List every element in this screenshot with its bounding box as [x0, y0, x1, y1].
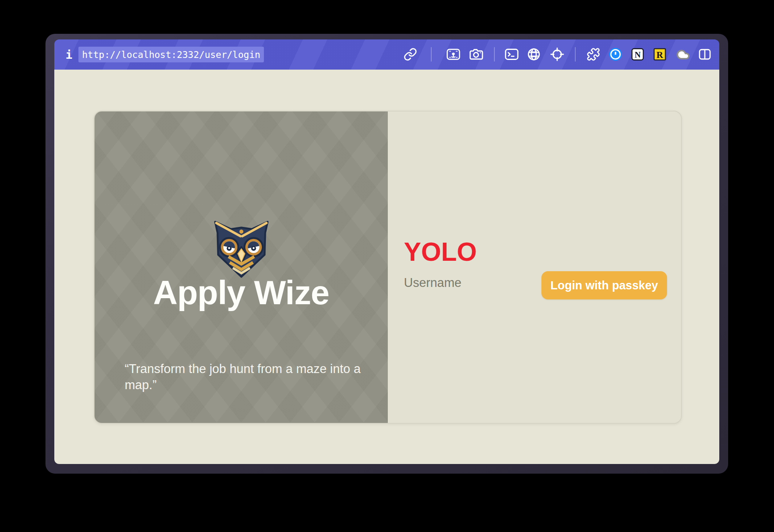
- browser-chrome: i http://localhost:2332/user/login: [54, 39, 719, 464]
- browser-window: i http://localhost:2332/user/login: [45, 34, 728, 474]
- brand-panel: Apply Wize “Transform the job hunt from …: [95, 111, 388, 423]
- desktop-background: i http://localhost:2332/user/login: [0, 0, 774, 532]
- terminal-icon[interactable]: [504, 47, 519, 62]
- cloud-icon[interactable]: [675, 47, 690, 62]
- target-icon[interactable]: [550, 47, 564, 62]
- split-view-icon[interactable]: [698, 47, 712, 62]
- browser-toolbar: i http://localhost:2332/user/login: [54, 39, 719, 70]
- roboform-icon[interactable]: R: [653, 47, 667, 62]
- notion-icon[interactable]: N: [630, 47, 645, 62]
- info-icon: i: [66, 48, 72, 61]
- toolbar-divider: [575, 47, 576, 62]
- owl-logo: [211, 219, 272, 279]
- login-heading: YOLO: [404, 239, 477, 265]
- login-panel: YOLO Username Login with passkey: [388, 111, 681, 423]
- toolbar-divider: [431, 47, 432, 62]
- extensions-icon[interactable]: [586, 47, 601, 62]
- username-label: Username: [404, 276, 461, 290]
- brand-title: Apply Wize: [95, 276, 388, 309]
- toolbar-divider: [494, 47, 495, 62]
- login-card: Apply Wize “Transform the job hunt from …: [94, 111, 682, 424]
- image-icon[interactable]: [446, 47, 461, 62]
- brand-tagline: “Transform the job hunt from a maze into…: [125, 361, 364, 393]
- notion-letter: N: [634, 50, 640, 60]
- link-icon[interactable]: [403, 47, 418, 62]
- roboform-letter: R: [657, 50, 663, 60]
- page-content: Apply Wize “Transform the job hunt from …: [54, 70, 719, 464]
- url-input[interactable]: http://localhost:2332/user/login: [78, 47, 264, 62]
- onepassword-icon[interactable]: [608, 47, 623, 62]
- login-passkey-button[interactable]: Login with passkey: [541, 271, 667, 299]
- url-text: http://localhost:2332/user/login: [82, 49, 260, 60]
- camera-icon[interactable]: [469, 47, 484, 62]
- globe-icon[interactable]: [527, 47, 541, 62]
